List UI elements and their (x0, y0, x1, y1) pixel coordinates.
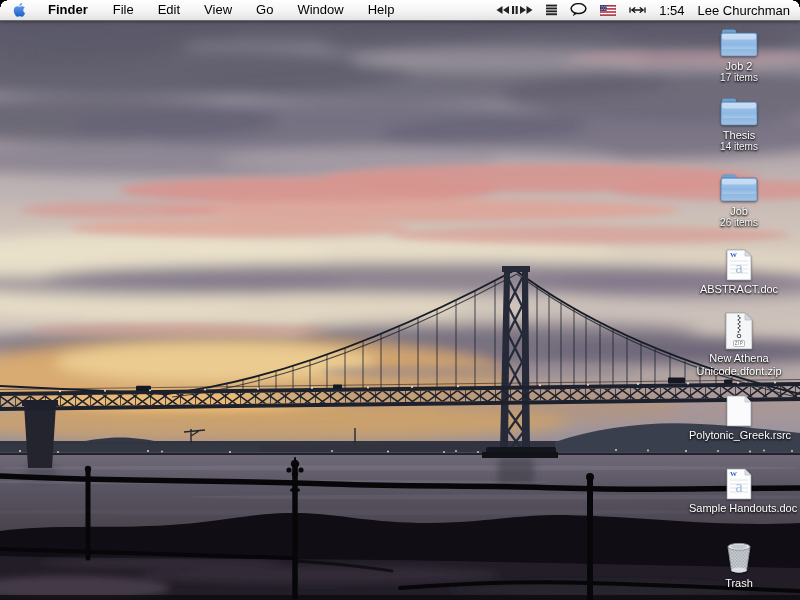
desktop-icon-thesis[interactable]: Thesis 14 items (689, 96, 789, 152)
word-document-icon: W a (726, 468, 752, 500)
folder-icon (719, 27, 759, 58)
speech-bubble-icon (570, 3, 587, 17)
icon-label: ABSTRACT.doc (689, 283, 789, 295)
icon-item-count: 26 items (689, 217, 789, 228)
signal-bars-menu[interactable] (546, 4, 557, 16)
folder-icon (719, 172, 759, 203)
pause-icon (512, 6, 518, 14)
menu-help[interactable]: Help (356, 0, 407, 20)
icon-label: Job (689, 205, 789, 217)
icon-label: Job 2 (689, 60, 789, 72)
word-document-icon: W a (726, 249, 752, 281)
svg-text:a: a (735, 258, 743, 277)
fast-user-switching-menu[interactable]: Lee Churchman (698, 3, 791, 18)
icon-label: Polytonic_Greek.rsrc (689, 429, 789, 441)
fast-forward-icon (520, 6, 533, 14)
menu-finder[interactable]: Finder (35, 0, 101, 20)
desktop-icon-job[interactable]: Job 26 items (689, 172, 789, 228)
desktop-icon-sample-handouts[interactable]: W a Sample Handouts.doc (689, 468, 789, 514)
desktop-surface[interactable]: Job 2 17 items Thesis 14 items Job 26 it… (0, 0, 800, 600)
menu-bar-clock[interactable]: 1:54 (659, 3, 684, 18)
icon-item-count: 14 items (689, 141, 789, 152)
chat-status-menu[interactable] (570, 3, 587, 17)
zip-archive-icon: ZIP (725, 312, 753, 350)
icon-label: Thesis (689, 129, 789, 141)
trash-icon (724, 542, 754, 575)
desktop-wallpaper (0, 0, 800, 600)
double-arrow-icon (629, 5, 646, 15)
icon-label: Trash (689, 577, 789, 589)
desktop-icon-rsrc[interactable]: Polytonic_Greek.rsrc (689, 395, 789, 441)
apple-logo-icon (12, 2, 26, 18)
menu-view[interactable]: View (192, 0, 244, 20)
signal-bars-icon (546, 4, 557, 16)
svg-text:ZIP: ZIP (735, 341, 743, 346)
desktop-icon-abstract-doc[interactable]: W a ABSTRACT.doc (689, 249, 789, 295)
menu-bar: Finder File Edit View Go Window Help (0, 0, 800, 21)
icon-label: New Athena Unicode.dfont.zip (689, 352, 789, 377)
menu-file[interactable]: File (101, 0, 146, 20)
input-language-menu[interactable] (600, 5, 616, 16)
sync-status-menu[interactable] (629, 5, 646, 15)
screen-corner-right (793, 0, 800, 7)
us-flag-icon (600, 5, 616, 16)
document-icon (726, 395, 752, 427)
icon-label: Sample Handouts.doc (689, 502, 789, 514)
rewind-icon (497, 6, 510, 14)
media-controls-menu[interactable] (496, 5, 533, 15)
menu-go[interactable]: Go (244, 0, 285, 20)
desktop-icon-zip[interactable]: ZIP New Athena Unicode.dfont.zip (689, 312, 789, 377)
menu-window[interactable]: Window (285, 0, 355, 20)
menu-edit[interactable]: Edit (146, 0, 192, 20)
desktop-icon-job2[interactable]: Job 2 17 items (689, 27, 789, 83)
icon-item-count: 17 items (689, 72, 789, 83)
folder-icon (719, 96, 759, 127)
svg-text:a: a (735, 477, 743, 496)
screen-corner-left (0, 0, 7, 7)
desktop-icon-trash[interactable]: Trash (689, 542, 789, 589)
